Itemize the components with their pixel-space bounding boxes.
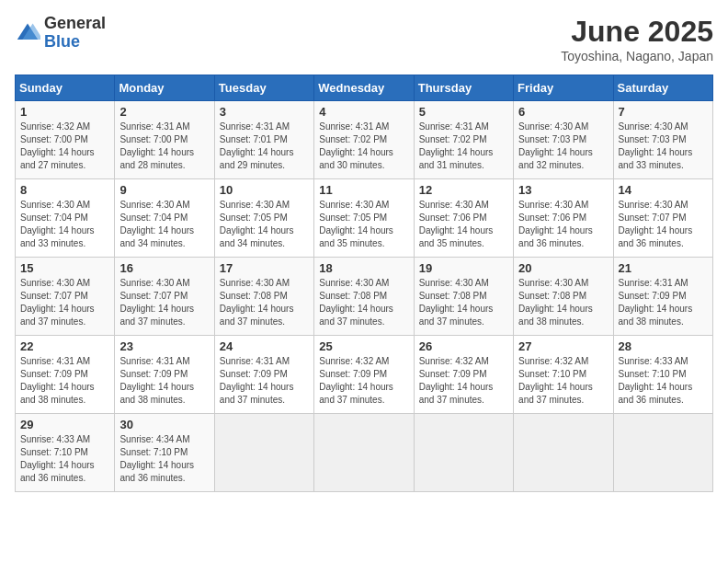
- day-info: Sunrise: 4:31 AM Sunset: 7:09 PM Dayligh…: [119, 355, 209, 407]
- calendar-cell: 3 Sunrise: 4:31 AM Sunset: 7:01 PM Dayli…: [214, 101, 313, 179]
- calendar-cell: 26 Sunrise: 4:32 AM Sunset: 7:09 PM Dayl…: [414, 336, 513, 414]
- weekday-header-monday: Monday: [115, 75, 214, 101]
- day-number: 20: [518, 261, 608, 275]
- calendar-cell: [613, 414, 712, 492]
- weekday-header-saturday: Saturday: [613, 75, 712, 101]
- calendar-week-5: 29 Sunrise: 4:33 AM Sunset: 7:10 PM Dayl…: [16, 414, 713, 492]
- weekday-header-row: SundayMondayTuesdayWednesdayThursdayFrid…: [16, 75, 713, 101]
- calendar-cell: [414, 414, 513, 492]
- day-number: 10: [220, 183, 309, 197]
- day-number: 29: [20, 418, 109, 431]
- day-number: 30: [119, 418, 209, 431]
- day-info: Sunrise: 4:30 AM Sunset: 7:07 PM Dayligh…: [619, 199, 708, 250]
- calendar-cell: 15 Sunrise: 4:30 AM Sunset: 7:07 PM Dayl…: [16, 258, 115, 336]
- calendar-cell: 5 Sunrise: 4:31 AM Sunset: 7:02 PM Dayli…: [414, 101, 513, 179]
- calendar-cell: 8 Sunrise: 4:30 AM Sunset: 7:04 PM Dayli…: [16, 179, 115, 258]
- calendar-cell: 11 Sunrise: 4:30 AM Sunset: 7:05 PM Dayl…: [314, 179, 414, 258]
- day-info: Sunrise: 4:31 AM Sunset: 7:09 PM Dayligh…: [619, 277, 708, 328]
- calendar-cell: 19 Sunrise: 4:30 AM Sunset: 7:08 PM Dayl…: [414, 258, 513, 336]
- logo: General Blue: [15, 15, 106, 52]
- day-info: Sunrise: 4:30 AM Sunset: 7:08 PM Dayligh…: [220, 277, 309, 328]
- day-info: Sunrise: 4:33 AM Sunset: 7:10 PM Dayligh…: [20, 433, 109, 485]
- title-block: June 2025 Toyoshina, Nagano, Japan: [561, 15, 713, 63]
- calendar-cell: 24 Sunrise: 4:31 AM Sunset: 7:09 PM Dayl…: [214, 336, 313, 414]
- calendar-cell: 29 Sunrise: 4:33 AM Sunset: 7:10 PM Dayl…: [16, 414, 115, 492]
- day-number: 7: [619, 105, 708, 119]
- day-info: Sunrise: 4:33 AM Sunset: 7:10 PM Dayligh…: [619, 355, 708, 407]
- day-info: Sunrise: 4:30 AM Sunset: 7:07 PM Dayligh…: [119, 277, 209, 328]
- calendar-cell: 21 Sunrise: 4:31 AM Sunset: 7:09 PM Dayl…: [613, 258, 712, 336]
- calendar-week-2: 8 Sunrise: 4:30 AM Sunset: 7:04 PM Dayli…: [16, 179, 713, 258]
- day-info: Sunrise: 4:30 AM Sunset: 7:05 PM Dayligh…: [319, 199, 408, 250]
- day-info: Sunrise: 4:31 AM Sunset: 7:02 PM Dayligh…: [419, 121, 508, 172]
- calendar-cell: 14 Sunrise: 4:30 AM Sunset: 7:07 PM Dayl…: [613, 179, 712, 258]
- day-info: Sunrise: 4:30 AM Sunset: 7:08 PM Dayligh…: [518, 277, 608, 328]
- calendar-cell: 17 Sunrise: 4:30 AM Sunset: 7:08 PM Dayl…: [214, 258, 313, 336]
- location: Toyoshina, Nagano, Japan: [561, 49, 713, 63]
- calendar-cell: 25 Sunrise: 4:32 AM Sunset: 7:09 PM Dayl…: [314, 336, 414, 414]
- weekday-header-thursday: Thursday: [414, 75, 513, 101]
- day-number: 15: [20, 261, 109, 275]
- calendar-cell: 10 Sunrise: 4:30 AM Sunset: 7:05 PM Dayl…: [214, 179, 313, 258]
- day-number: 14: [619, 183, 708, 197]
- day-number: 28: [619, 339, 708, 353]
- weekday-header-wednesday: Wednesday: [314, 75, 414, 101]
- day-number: 21: [619, 261, 708, 275]
- day-info: Sunrise: 4:30 AM Sunset: 7:08 PM Dayligh…: [419, 277, 508, 328]
- day-number: 17: [220, 261, 309, 275]
- day-number: 25: [319, 339, 408, 353]
- calendar-cell: 30 Sunrise: 4:34 AM Sunset: 7:10 PM Dayl…: [115, 414, 214, 492]
- logo-text: General Blue: [44, 15, 106, 52]
- day-info: Sunrise: 4:31 AM Sunset: 7:09 PM Dayligh…: [220, 355, 309, 407]
- weekday-header-sunday: Sunday: [16, 75, 115, 101]
- day-number: 3: [220, 105, 309, 119]
- day-number: 1: [20, 105, 109, 119]
- logo-blue: Blue: [44, 33, 106, 52]
- day-info: Sunrise: 4:31 AM Sunset: 7:02 PM Dayligh…: [319, 121, 408, 172]
- day-info: Sunrise: 4:30 AM Sunset: 7:03 PM Dayligh…: [518, 121, 608, 172]
- calendar-cell: 7 Sunrise: 4:30 AM Sunset: 7:03 PM Dayli…: [613, 101, 712, 179]
- day-number: 5: [419, 105, 508, 119]
- day-number: 27: [518, 339, 608, 353]
- day-number: 19: [419, 261, 508, 275]
- weekday-header-friday: Friday: [514, 75, 613, 101]
- day-info: Sunrise: 4:30 AM Sunset: 7:06 PM Dayligh…: [419, 199, 508, 250]
- day-number: 8: [20, 183, 109, 197]
- day-info: Sunrise: 4:32 AM Sunset: 7:09 PM Dayligh…: [419, 355, 508, 407]
- calendar-cell: 16 Sunrise: 4:30 AM Sunset: 7:07 PM Dayl…: [115, 258, 214, 336]
- day-number: 12: [419, 183, 508, 197]
- day-info: Sunrise: 4:30 AM Sunset: 7:05 PM Dayligh…: [220, 199, 309, 250]
- day-info: Sunrise: 4:30 AM Sunset: 7:07 PM Dayligh…: [20, 277, 109, 328]
- day-info: Sunrise: 4:30 AM Sunset: 7:04 PM Dayligh…: [20, 199, 109, 250]
- calendar-cell: 23 Sunrise: 4:31 AM Sunset: 7:09 PM Dayl…: [115, 336, 214, 414]
- calendar-week-3: 15 Sunrise: 4:30 AM Sunset: 7:07 PM Dayl…: [16, 258, 713, 336]
- calendar-cell: 12 Sunrise: 4:30 AM Sunset: 7:06 PM Dayl…: [414, 179, 513, 258]
- day-info: Sunrise: 4:30 AM Sunset: 7:06 PM Dayligh…: [518, 199, 608, 250]
- day-info: Sunrise: 4:30 AM Sunset: 7:04 PM Dayligh…: [119, 199, 209, 250]
- month-title: June 2025: [561, 15, 713, 49]
- day-number: 23: [119, 339, 209, 353]
- day-number: 24: [220, 339, 309, 353]
- weekday-header-tuesday: Tuesday: [214, 75, 313, 101]
- calendar-cell: 1 Sunrise: 4:32 AM Sunset: 7:00 PM Dayli…: [16, 101, 115, 179]
- day-info: Sunrise: 4:31 AM Sunset: 7:01 PM Dayligh…: [220, 121, 309, 172]
- day-number: 22: [20, 339, 109, 353]
- page-header: General Blue June 2025 Toyoshina, Nagano…: [15, 15, 713, 63]
- day-info: Sunrise: 4:32 AM Sunset: 7:10 PM Dayligh…: [518, 355, 608, 407]
- logo-icon: [15, 20, 40, 46]
- calendar-cell: 27 Sunrise: 4:32 AM Sunset: 7:10 PM Dayl…: [514, 336, 613, 414]
- logo-general: General: [44, 15, 106, 33]
- day-info: Sunrise: 4:30 AM Sunset: 7:08 PM Dayligh…: [319, 277, 408, 328]
- day-number: 13: [518, 183, 608, 197]
- calendar-cell: 4 Sunrise: 4:31 AM Sunset: 7:02 PM Dayli…: [314, 101, 414, 179]
- day-number: 2: [119, 105, 209, 119]
- calendar-week-4: 22 Sunrise: 4:31 AM Sunset: 7:09 PM Dayl…: [16, 336, 713, 414]
- calendar-cell: 13 Sunrise: 4:30 AM Sunset: 7:06 PM Dayl…: [514, 179, 613, 258]
- day-info: Sunrise: 4:34 AM Sunset: 7:10 PM Dayligh…: [119, 433, 209, 485]
- calendar-cell: 28 Sunrise: 4:33 AM Sunset: 7:10 PM Dayl…: [613, 336, 712, 414]
- day-info: Sunrise: 4:32 AM Sunset: 7:09 PM Dayligh…: [319, 355, 408, 407]
- day-number: 9: [119, 183, 209, 197]
- calendar-cell: 2 Sunrise: 4:31 AM Sunset: 7:00 PM Dayli…: [115, 101, 214, 179]
- day-number: 26: [419, 339, 508, 353]
- calendar-cell: 20 Sunrise: 4:30 AM Sunset: 7:08 PM Dayl…: [514, 258, 613, 336]
